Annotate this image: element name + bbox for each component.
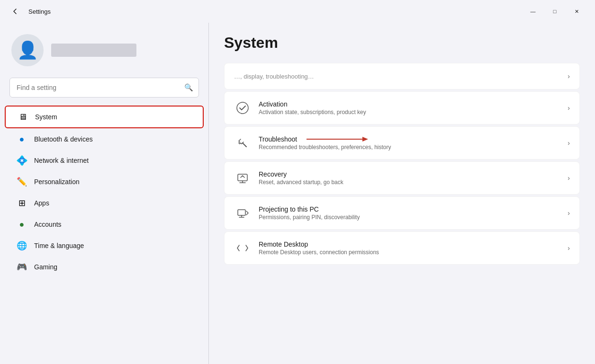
remote-desktop-text: Remote Desktop Remote Desktop users, con… (259, 240, 560, 256)
search-box: 🔍 (9, 78, 199, 98)
settings-item-remote-desktop[interactable]: Remote Desktop Remote Desktop users, con… (224, 231, 580, 265)
projecting-text: Projecting to this PC Permissions, pairi… (259, 205, 560, 221)
sidebar-item-apps[interactable]: ⊞ Apps (5, 193, 204, 213)
close-button[interactable]: ✕ (566, 4, 587, 19)
sidebar-item-bluetooth[interactable]: ● Bluetooth & devices (5, 129, 204, 150)
sidebar-item-bluetooth-label: Bluetooth & devices (34, 135, 93, 143)
recovery-icon (234, 169, 251, 186)
activation-desc: Activation state, subscriptions, product… (259, 109, 560, 115)
sidebar-item-apps-label: Apps (34, 199, 49, 207)
sidebar: 👤 🔍 🖥 System ● Bluetooth & devices (0, 23, 208, 364)
troubleshoot-icon (234, 134, 251, 151)
sidebar-item-system-label: System (35, 113, 57, 121)
settings-item-activation[interactable]: Activation Activation state, subscriptio… (224, 91, 580, 124)
back-button[interactable] (8, 4, 23, 19)
sidebar-item-gaming[interactable]: 🎮 Gaming (5, 257, 204, 277)
window-controls: — □ ✕ (522, 4, 587, 19)
partial-item-text: …, display, troubleshooting… (234, 73, 568, 80)
main-content: System …, display, troubleshooting… › (209, 23, 595, 364)
maximize-button[interactable]: □ (544, 4, 566, 19)
svg-marker-2 (362, 137, 368, 142)
svg-rect-3 (238, 174, 247, 181)
sidebar-item-time-label: Time & language (34, 242, 84, 249)
window-title: Settings (28, 8, 51, 15)
recovery-text: Recovery Reset, advanced startup, go bac… (259, 170, 560, 186)
content-area: 👤 🔍 🖥 System ● Bluetooth & devices (0, 23, 595, 364)
personalization-icon: ✏️ (16, 176, 27, 187)
activation-chevron: › (568, 104, 570, 112)
apps-icon: ⊞ (16, 197, 27, 209)
settings-item-top-partial[interactable]: …, display, troubleshooting… › (224, 63, 580, 89)
projecting-title: Projecting to this PC (259, 205, 560, 213)
projecting-icon (234, 204, 251, 222)
sidebar-item-network-label: Network & internet (34, 157, 89, 164)
partial-item-chevron: › (568, 72, 570, 80)
troubleshoot-desc: Recommended troubleshooters, preferences… (259, 144, 560, 151)
partial-item-desc: …, display, troubleshooting… (234, 73, 568, 80)
sidebar-item-accounts-label: Accounts (34, 221, 62, 228)
settings-item-troubleshoot[interactable]: Troubleshoot Recommended troubleshooters… (224, 126, 580, 160)
svg-rect-4 (238, 210, 245, 215)
remote-desktop-desc: Remote Desktop users, connection permiss… (259, 249, 560, 256)
sidebar-item-personalization[interactable]: ✏️ Personalization (5, 171, 204, 192)
gaming-icon: 🎮 (16, 261, 27, 273)
minimize-button[interactable]: — (522, 4, 544, 19)
sidebar-item-system[interactable]: 🖥 System (5, 106, 204, 128)
bluetooth-icon: ● (16, 133, 27, 145)
time-icon: 🌐 (16, 240, 27, 251)
troubleshoot-text: Troubleshoot Recommended troubleshooters… (259, 135, 560, 151)
settings-window: Settings — □ ✕ 👤 🔍 🖥 (0, 0, 595, 364)
svg-point-0 (237, 102, 248, 114)
sidebar-item-accounts[interactable]: ● Accounts (5, 214, 204, 235)
projecting-chevron: › (568, 209, 570, 217)
sidebar-item-personalization-label: Personalization (34, 178, 80, 186)
avatar: 👤 (11, 34, 44, 66)
titlebar: Settings — □ ✕ (0, 0, 595, 23)
nav-list: 🖥 System ● Bluetooth & devices 💠 Network… (0, 105, 208, 278)
troubleshoot-title: Troubleshoot (259, 135, 560, 143)
accounts-icon: ● (16, 219, 27, 230)
sidebar-item-network[interactable]: 💠 Network & internet (5, 150, 204, 171)
sidebar-item-gaming-label: Gaming (34, 263, 57, 271)
projecting-desc: Permissions, pairing PIN, discoverabilit… (259, 214, 560, 221)
activation-text: Activation Activation state, subscriptio… (259, 100, 560, 115)
settings-item-projecting[interactable]: Projecting to this PC Permissions, pairi… (224, 196, 580, 230)
username-placeholder (51, 44, 136, 57)
remote-desktop-title: Remote Desktop (259, 240, 560, 248)
system-icon: 🖥 (17, 111, 28, 123)
user-icon: 👤 (17, 40, 38, 60)
recovery-desc: Reset, advanced startup, go back (259, 179, 560, 186)
search-input[interactable] (9, 78, 199, 98)
troubleshoot-chevron: › (568, 139, 570, 147)
recovery-title: Recovery (259, 170, 560, 178)
network-icon: 💠 (16, 155, 27, 166)
sidebar-item-time[interactable]: 🌐 Time & language (5, 235, 204, 256)
search-icon: 🔍 (184, 83, 193, 92)
red-arrow (307, 136, 368, 142)
profile-section: 👤 (0, 27, 208, 76)
activation-title: Activation (259, 100, 560, 108)
activation-icon (234, 99, 251, 116)
remote-desktop-icon (234, 240, 251, 257)
remote-desktop-chevron: › (568, 244, 570, 252)
settings-list: Activation Activation state, subscriptio… (224, 91, 580, 265)
page-title: System (224, 34, 580, 52)
recovery-chevron: › (568, 174, 570, 182)
settings-item-recovery[interactable]: Recovery Reset, advanced startup, go bac… (224, 161, 580, 195)
